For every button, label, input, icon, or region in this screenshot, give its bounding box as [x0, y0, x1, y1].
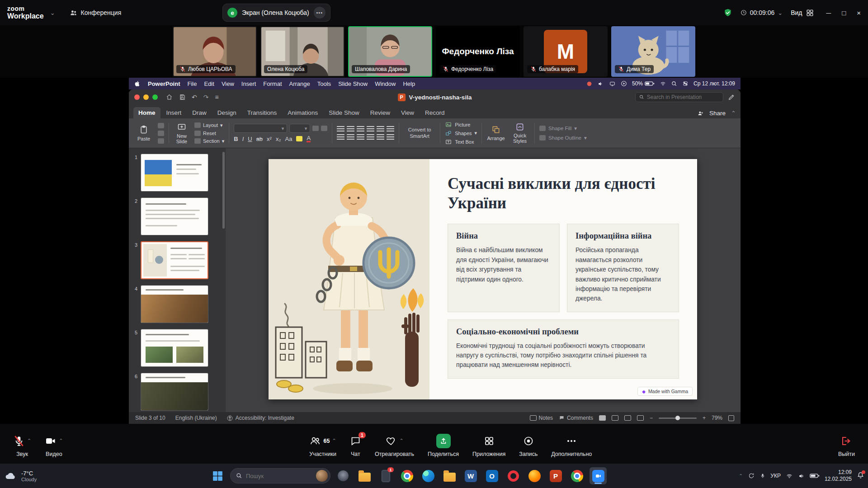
status-dot-icon[interactable]: [586, 81, 592, 87]
increase-indent-icon[interactable]: [367, 126, 374, 132]
view-button[interactable]: Вид: [791, 9, 813, 17]
font-size-select[interactable]: ▾: [289, 124, 310, 133]
align-text-icon[interactable]: [387, 134, 394, 140]
shapes-button[interactable]: Shapes ▾: [445, 130, 477, 136]
tab-record[interactable]: Record: [420, 107, 450, 118]
text-box-button[interactable]: Text Box: [445, 139, 477, 145]
made-with-gamma-badge[interactable]: ◆ Made with Gamma: [637, 387, 693, 396]
layout-button[interactable]: Layout▾: [194, 122, 224, 128]
slide-title[interactable]: Сучасні виклики для єдності України: [448, 174, 679, 213]
bullets-icon[interactable]: [337, 126, 344, 132]
shape-fill-button[interactable]: Shape Fill▾: [539, 125, 587, 131]
menu-view[interactable]: View: [222, 80, 234, 87]
card-war[interactable]: Війна Війна є найбільшим викликом для єд…: [448, 224, 560, 312]
start-button[interactable]: [209, 467, 226, 484]
change-case-button[interactable]: Aa: [285, 136, 292, 142]
battery-status[interactable]: 50%: [632, 80, 655, 87]
volume-icon[interactable]: [597, 81, 604, 87]
slide-thumbnail-2[interactable]: [141, 197, 208, 235]
highlight-color-button[interactable]: [296, 136, 302, 141]
zoom-slider-knob[interactable]: [675, 416, 680, 420]
tab-slideshow[interactable]: Slide Show: [324, 107, 364, 118]
menu-file[interactable]: File: [188, 80, 197, 87]
align-left-icon[interactable]: [337, 134, 344, 140]
mac-close-button[interactable]: [134, 94, 140, 100]
copy-icon[interactable]: [158, 131, 164, 136]
save-icon[interactable]: [179, 94, 185, 100]
powerpoint-button[interactable]: P: [547, 467, 564, 484]
comments-button[interactable]: Comments: [559, 415, 593, 421]
zoom-slider[interactable]: [659, 418, 697, 419]
subscript-button[interactable]: x₂: [276, 136, 281, 142]
slide-3[interactable]: Сучасні виклики для єдності України Війн…: [269, 159, 697, 399]
maximize-button[interactable]: □: [842, 9, 846, 17]
mac-minimize-button[interactable]: [143, 94, 149, 100]
notes-button[interactable]: Notes: [530, 415, 553, 421]
toolbar-video[interactable]: ⌃ Видео: [38, 431, 70, 457]
card-socioeconomic[interactable]: Соціально-економічні проблеми Економічні…: [448, 319, 679, 379]
shape-outline-button[interactable]: Shape Outline▾: [539, 135, 587, 141]
numbering-icon[interactable]: [347, 126, 354, 132]
toolbar-share[interactable]: Поделиться: [421, 431, 466, 457]
bold-button[interactable]: B: [234, 136, 238, 142]
zoom-out-button[interactable]: −: [650, 415, 653, 421]
section-button[interactable]: Section▾: [194, 138, 224, 144]
arrange-button[interactable]: Arrange: [486, 125, 505, 141]
language-indicator[interactable]: УКР: [770, 473, 781, 479]
toolbar-more[interactable]: Дополнительно: [544, 431, 599, 457]
reset-button[interactable]: Reset: [194, 131, 224, 136]
format-painter-icon[interactable]: [158, 138, 164, 144]
slideshow-view-button[interactable]: [637, 415, 644, 421]
notification-center-button[interactable]: [857, 471, 864, 480]
slide-thumbnail-1[interactable]: [141, 154, 208, 192]
toolbar-leave[interactable]: Выйти: [831, 431, 862, 457]
taskbar-clock[interactable]: 12:09 12.02.2025: [825, 469, 852, 483]
slide-sorter-view-button[interactable]: [612, 415, 618, 421]
menu-arrange[interactable]: Arrange: [289, 80, 310, 87]
folder-button[interactable]: [441, 467, 458, 484]
menu-help[interactable]: Help: [403, 80, 415, 87]
menu-slideshow[interactable]: Slide Show: [338, 80, 368, 87]
decrease-font-icon[interactable]: [321, 126, 327, 131]
toolbar-record[interactable]: Запись: [512, 431, 544, 457]
zoom-in-button[interactable]: +: [703, 415, 706, 421]
toolbar-chat[interactable]: 1 Чат: [343, 431, 368, 457]
display-icon[interactable]: [609, 81, 616, 87]
mic-tray-icon[interactable]: [760, 473, 765, 479]
video-options-chevron[interactable]: ⌃: [59, 438, 63, 444]
quick-styles-button[interactable]: Quick Styles: [510, 122, 530, 144]
search-highlight-image[interactable]: [316, 470, 328, 482]
toolbar-participants[interactable]: 65 ⌃ Участники: [302, 431, 343, 457]
language-status[interactable]: English (Ukraine): [175, 415, 217, 421]
phone-link-button[interactable]: 1: [377, 467, 394, 484]
normal-view-button[interactable]: [599, 415, 606, 421]
decrease-indent-icon[interactable]: [357, 126, 364, 132]
justify-icon[interactable]: [367, 134, 374, 140]
edge-button[interactable]: [420, 467, 437, 484]
taskbar-search[interactable]: [230, 468, 330, 483]
home-icon[interactable]: [166, 94, 173, 100]
zoom-percent[interactable]: 79%: [712, 415, 722, 421]
file-explorer-button[interactable]: [356, 467, 373, 484]
slide-thumbnail-3-selected[interactable]: [141, 241, 208, 279]
audio-options-chevron[interactable]: ⌃: [27, 438, 31, 444]
paste-button[interactable]: Paste: [134, 125, 153, 141]
tab-review[interactable]: Review: [365, 107, 395, 118]
customize-toolbar-icon[interactable]: ≡: [215, 94, 218, 101]
convert-to-smartart-button[interactable]: Convert to SmartArt: [404, 127, 435, 139]
slide-canvas[interactable]: Сучасні виклики для єдності України Війн…: [226, 148, 741, 412]
menu-insert[interactable]: Insert: [241, 80, 256, 87]
slide-counter[interactable]: Slide 3 of 10: [135, 415, 165, 421]
menu-tools[interactable]: Tools: [317, 80, 331, 87]
control-center-icon[interactable]: [682, 81, 689, 86]
menubar-clock[interactable]: Ср 12 лют. 12:09: [693, 80, 735, 87]
mac-zoom-button[interactable]: [152, 94, 158, 100]
toolbar-apps[interactable]: Приложения: [466, 431, 512, 457]
slide-thumbnail-5[interactable]: [141, 329, 208, 367]
accessibility-status[interactable]: Accessibility: Investigate: [227, 415, 294, 421]
meeting-timer[interactable]: 00:09:06 ⌄: [741, 9, 783, 16]
participant-tile-active-speaker[interactable]: Шаповалова Дарина: [348, 26, 432, 77]
text-direction-icon[interactable]: [387, 126, 394, 132]
tab-home[interactable]: Home: [133, 107, 160, 118]
superscript-button[interactable]: x²: [267, 136, 272, 142]
